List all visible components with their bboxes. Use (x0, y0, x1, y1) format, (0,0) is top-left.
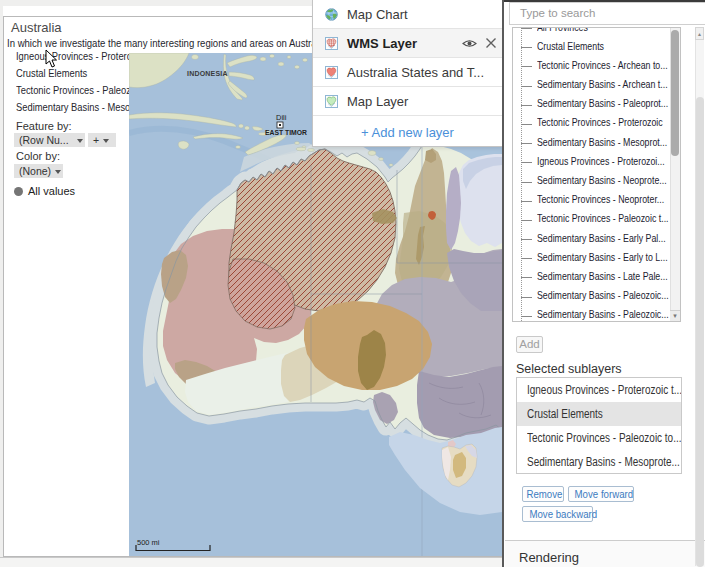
svg-text:EAST TIMOR: EAST TIMOR (265, 129, 307, 136)
svg-text:500 mi: 500 mi (137, 538, 160, 547)
svg-text:INDONESIA: INDONESIA (187, 70, 228, 77)
svg-text:Dili: Dili (276, 113, 287, 122)
